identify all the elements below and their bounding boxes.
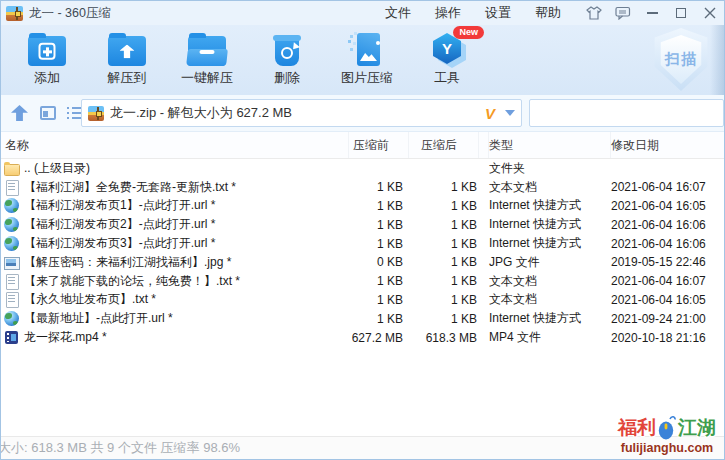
- close-button[interactable]: [700, 3, 720, 23]
- toolbar-button-extract-to[interactable]: 解压到: [87, 25, 167, 95]
- size-before: 1 KB: [349, 274, 409, 288]
- url-file-icon: [4, 198, 19, 213]
- format-v-badge: V: [485, 105, 495, 122]
- size-before: 1 KB: [349, 218, 409, 232]
- one-click-extract-icon: [185, 32, 229, 68]
- size-after: 1 KB: [409, 218, 479, 232]
- size-after: 1 KB: [409, 199, 479, 213]
- app-zip-icon: [6, 6, 23, 21]
- view-pane-icon[interactable]: [40, 106, 56, 120]
- file-type: JPG 文件: [489, 254, 611, 271]
- toolbar-button-label: 图片压缩: [341, 70, 393, 85]
- 360zip-window: 龙一 - 360压缩 文件操作设置帮助 添加解压到一键解压删除图片压缩YNew工…: [0, 0, 725, 460]
- col-header-gap: [479, 132, 489, 158]
- file-table-header: 名称 压缩前 压缩后 类型 修改日期: [1, 132, 724, 159]
- toolbar-button-one-click-extract[interactable]: 一键解压: [167, 25, 247, 95]
- scan-label: 扫描: [665, 50, 697, 69]
- up-level-icon[interactable]: [11, 105, 28, 121]
- file-type: 文件夹: [489, 160, 611, 177]
- modified-date: 2021-06-04 16:06: [611, 237, 724, 251]
- scan-shield-icon: 扫描: [658, 35, 704, 84]
- file-name: 【福利江湖发布页1】-点此打开.url *: [24, 197, 215, 214]
- col-header-type[interactable]: 类型: [489, 132, 611, 158]
- url-file-icon: [4, 217, 19, 232]
- col-header-before[interactable]: 压缩前: [349, 132, 409, 158]
- file-row[interactable]: 【来了就能下载的论坛，纯免费！】.txt *1 KB1 KB文本文档2021-0…: [1, 272, 724, 291]
- skin-icon[interactable]: [584, 3, 604, 23]
- size-before: 1 KB: [349, 293, 409, 307]
- modified-date: 2021-06-04 16:06: [611, 218, 724, 232]
- titlebar-buttons: [584, 1, 720, 25]
- new-badge: New: [453, 26, 484, 39]
- menu-item-operate[interactable]: 操作: [423, 4, 473, 22]
- file-type: Internet 快捷方式: [489, 310, 611, 327]
- maximize-button[interactable]: [671, 3, 691, 23]
- modified-date: 2021-06-04 16:07: [611, 180, 724, 194]
- modified-date: 2021-06-04 16:07: [611, 274, 724, 288]
- file-row[interactable]: 【福利江湖发布页1】-点此打开.url *1 KB1 KBInternet 快捷…: [1, 197, 724, 216]
- txt-file-icon: [4, 180, 19, 195]
- size-after: 1 KB: [409, 180, 479, 194]
- size-before: 0 KB: [349, 255, 409, 269]
- size-after: 1 KB: [409, 293, 479, 307]
- col-header-after[interactable]: 压缩后: [409, 132, 479, 158]
- file-type: 文本文档: [489, 291, 611, 308]
- toolbar-button-label: 删除: [274, 70, 300, 85]
- file-row[interactable]: 【解压密码：来福利江湖找福利】.jpg *0 KB1 KBJPG 文件2019-…: [1, 253, 724, 272]
- size-before: 1 KB: [349, 237, 409, 251]
- file-type: Internet 快捷方式: [489, 235, 611, 252]
- file-name: 【永久地址发布页】.txt *: [24, 291, 156, 308]
- size-after: 1 KB: [409, 274, 479, 288]
- toolbar-button-delete[interactable]: 删除: [247, 25, 327, 95]
- toolbar-button-add[interactable]: 添加: [7, 25, 87, 95]
- toolbar-button-tools[interactable]: YNew工具: [407, 25, 487, 95]
- file-row[interactable]: 【福利江湖发布页2】-点此打开.url *1 KB1 KBInternet 快捷…: [1, 215, 724, 234]
- file-name: 【福利江湖发布页3】-点此打开.url *: [24, 235, 215, 252]
- toolbar-button-image-compress[interactable]: 图片压缩: [327, 25, 407, 95]
- file-row[interactable]: 【福利江湖发布页3】-点此打开.url *1 KB1 KBInternet 快捷…: [1, 234, 724, 253]
- file-row[interactable]: .. (上级目录)文件夹: [1, 159, 724, 178]
- file-name: 【福利江湖发布页2】-点此打开.url *: [24, 216, 215, 233]
- add-icon: [25, 32, 69, 68]
- format-dropdown-icon[interactable]: [505, 110, 515, 116]
- statusbar: 大小: 618.3 MB 共 9 个文件 压缩率 98.6%: [1, 436, 724, 459]
- modified-date: 2021-09-24 21:00: [611, 312, 724, 326]
- titlebar: 龙一 - 360压缩 文件操作设置帮助: [1, 1, 724, 25]
- col-header-date[interactable]: 修改日期: [611, 132, 724, 158]
- modified-date: 2021-06-04 16:05: [611, 293, 724, 307]
- toolbar-button-label: 解压到: [108, 70, 147, 85]
- zip-file-icon: [88, 106, 104, 121]
- status-text: 大小: 618.3 MB 共 9 个文件 压缩率 98.6%: [1, 439, 240, 457]
- size-after: 1 KB: [409, 312, 479, 326]
- file-type: Internet 快捷方式: [489, 216, 611, 233]
- file-name: 【福利江湖】全免费-无套路-更新快.txt *: [24, 179, 236, 196]
- scan-button[interactable]: 扫描: [651, 28, 711, 91]
- delete-icon: [265, 32, 309, 68]
- col-header-name[interactable]: 名称: [1, 132, 349, 158]
- size-after: 1 KB: [409, 255, 479, 269]
- mp4-file-icon: [4, 330, 19, 345]
- pathbar: 龙一.zip - 解包大小为 627.2 MB V: [1, 95, 724, 132]
- feedback-icon[interactable]: [613, 3, 633, 23]
- menu-item-file[interactable]: 文件: [373, 4, 423, 22]
- menu-item-help[interactable]: 帮助: [523, 4, 573, 22]
- folder-file-icon: [4, 161, 19, 176]
- image-compress-icon: [345, 32, 389, 68]
- file-type: 文本文档: [489, 179, 611, 196]
- file-row[interactable]: 【福利江湖】全免费-无套路-更新快.txt *1 KB1 KB文本文档2021-…: [1, 178, 724, 197]
- file-row[interactable]: 【最新地址】-点此打开.url *1 KB1 KBInternet 快捷方式20…: [1, 309, 724, 328]
- archive-path-box[interactable]: 龙一.zip - 解包大小为 627.2 MB V: [81, 99, 522, 127]
- search-input[interactable]: [530, 100, 722, 126]
- window-title: 龙一 - 360压缩: [29, 5, 111, 22]
- archive-path-text: 龙一.zip - 解包大小为 627.2 MB: [110, 104, 485, 122]
- minimize-button[interactable]: [642, 3, 662, 23]
- url-file-icon: [4, 236, 19, 251]
- jpg-file-icon: [4, 255, 19, 270]
- file-row[interactable]: 【永久地址发布页】.txt *1 KB1 KB文本文档2021-06-04 16…: [1, 291, 724, 310]
- menu-item-settings[interactable]: 设置: [473, 4, 523, 22]
- toolbar-button-label: 一键解压: [181, 70, 233, 85]
- toolbar: 添加解压到一键解压删除图片压缩YNew工具 扫描: [1, 25, 724, 95]
- txt-file-icon: [4, 274, 19, 289]
- file-row[interactable]: 龙一探花.mp4 *627.2 MB618.3 MBMP4 文件2020-10-…: [1, 328, 724, 347]
- file-name: .. (上级目录): [24, 160, 90, 177]
